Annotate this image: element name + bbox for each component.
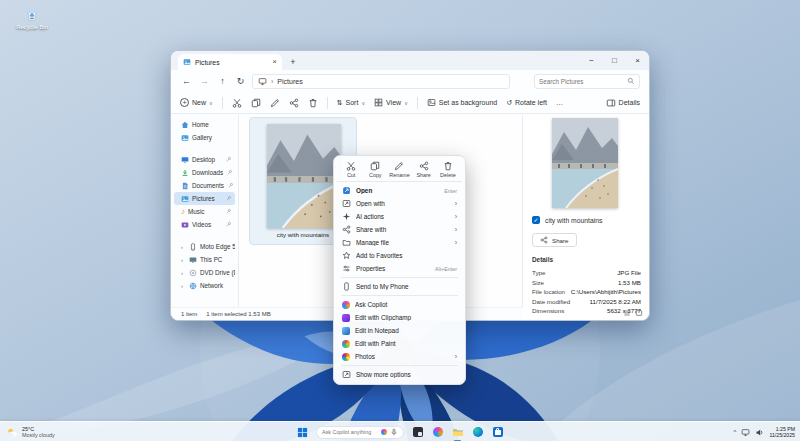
maximize-button[interactable]: □	[603, 51, 626, 70]
network-display-icon[interactable]	[741, 428, 750, 437]
rotate-left-button[interactable]: ↺ Rotate left	[506, 99, 547, 107]
downloads-icon	[181, 169, 189, 177]
search-icon	[627, 77, 635, 85]
quick-cut-button[interactable]: Cut	[340, 161, 362, 178]
list-view-icon[interactable]	[623, 309, 631, 317]
close-button[interactable]: ×	[626, 51, 649, 70]
menu-item-edit-in-notepad[interactable]: Edit in Notepad	[337, 324, 462, 337]
taskbar-search-input[interactable]	[322, 429, 378, 435]
mic-icon[interactable]	[390, 428, 398, 436]
sidebar-item-home[interactable]: Home	[174, 118, 235, 131]
copilot-app-button[interactable]	[431, 426, 444, 439]
menu-item-edit-with-clipchamp[interactable]: Edit with Clipchamp	[337, 311, 462, 324]
pin-icon	[227, 182, 234, 189]
edge-browser-button[interactable]	[471, 426, 484, 439]
thumbnail-view-icon[interactable]	[635, 309, 643, 317]
menu-item-add-to-favorites[interactable]: Add to Favorites	[337, 249, 462, 262]
share-file-button[interactable]: Share	[532, 233, 577, 247]
weather-widget[interactable]: 25°C Mostly cloudy	[6, 422, 55, 441]
sort-label: Sort	[346, 99, 359, 106]
image-icon	[427, 98, 436, 107]
menu-item-edit-with-paint[interactable]: Edit with Paint	[337, 337, 462, 350]
tab-close-icon[interactable]: ×	[272, 58, 277, 66]
taskbar-search[interactable]	[316, 426, 404, 439]
new-icon: +	[180, 98, 189, 107]
sidebar-item-pictures[interactable]: Pictures	[174, 192, 235, 205]
copy-button[interactable]	[251, 98, 261, 108]
sidebar-item-music[interactable]: ♪ Music	[174, 205, 235, 218]
edge-icon	[473, 427, 483, 437]
share-button[interactable]	[289, 98, 299, 108]
microsoft-store-button[interactable]	[491, 426, 504, 439]
file-explorer-button[interactable]	[451, 426, 464, 439]
sidebar-item-videos[interactable]: Videos	[174, 218, 235, 231]
task-view-icon	[413, 427, 423, 437]
menu-item-photos[interactable]: Photos ›	[337, 350, 462, 363]
rename-button[interactable]	[270, 98, 280, 108]
task-view-button[interactable]	[411, 426, 424, 439]
expand-icon[interactable]: ›	[181, 283, 186, 289]
forward-button[interactable]: →	[198, 76, 211, 86]
refresh-button[interactable]: ↻	[234, 76, 247, 86]
tab-bar: Pictures × + − □ ×	[171, 51, 649, 70]
search-box[interactable]	[534, 74, 640, 89]
volume-icon[interactable]	[755, 428, 764, 437]
clock[interactable]: 1:25 PM 11/25/2025	[769, 426, 795, 439]
sidebar-item-gallery[interactable]: Gallery	[174, 131, 235, 144]
menu-item-open[interactable]: Open Enter	[337, 184, 462, 197]
menu-item-manage-file[interactable]: Manage file ›	[337, 236, 462, 249]
back-button[interactable]: ←	[180, 76, 193, 86]
more-options-button[interactable]: …	[556, 99, 563, 106]
minimize-button[interactable]: −	[580, 51, 603, 70]
menu-item-ask-copilot[interactable]: Ask Copilot	[337, 298, 462, 311]
sidebar-item-downloads[interactable]: Downloads	[174, 166, 235, 179]
view-button[interactable]: View ∨	[374, 98, 408, 107]
expand-icon[interactable]: ›	[181, 257, 186, 263]
rename-icon	[394, 161, 404, 171]
selected-checkbox[interactable]: ✓	[532, 216, 540, 224]
sidebar-item-documents[interactable]: Documents	[174, 179, 235, 192]
videos-icon	[181, 221, 189, 229]
menu-item-show-more-options[interactable]: Show more options	[337, 368, 462, 381]
expand-icon[interactable]: ›	[181, 244, 186, 250]
expand-icon[interactable]: ›	[181, 270, 186, 276]
sidebar-item-this-pc[interactable]: › This PC	[174, 253, 235, 266]
cut-button[interactable]	[232, 98, 242, 108]
pin-icon	[225, 156, 232, 163]
delete-icon	[443, 161, 453, 171]
menu-item-properties[interactable]: Properties Alt+Enter	[337, 262, 462, 275]
new-tab-button[interactable]: +	[286, 55, 300, 69]
sort-button[interactable]: ⇅ Sort ∨	[337, 99, 365, 107]
location-icon	[258, 77, 267, 86]
quick-copy-button[interactable]: Copy	[364, 161, 386, 178]
search-input[interactable]	[539, 78, 624, 85]
sidebar-item-dvd-drive[interactable]: › DVD Drive (D:) C	[174, 266, 235, 279]
menu-item-ai-actions[interactable]: AI actions ›	[337, 210, 462, 223]
manage-file-icon	[342, 238, 351, 247]
tab-pictures[interactable]: Pictures ×	[178, 54, 282, 70]
menu-item-send-to-my-phone[interactable]: Send to My Phone	[337, 280, 462, 293]
recycle-bin-shortcut[interactable]: Recycle Bin	[10, 7, 54, 30]
desktop-icon	[181, 156, 189, 164]
breadcrumb[interactable]: › Pictures	[252, 74, 510, 89]
delete-button[interactable]	[308, 98, 318, 108]
quick-delete-button[interactable]: Delete	[437, 161, 459, 178]
navigation-pane: Home Gallery Desktop Downloads	[171, 115, 239, 320]
menu-item-share-with[interactable]: Share with ›	[337, 223, 462, 236]
new-button[interactable]: + New ∨	[180, 98, 213, 107]
quick-actions-row: Cut Copy Rename Share Delete	[337, 159, 462, 182]
set-as-background-button[interactable]: Set as background	[427, 98, 497, 107]
up-button[interactable]: ↑	[216, 76, 229, 86]
details-file-name: city with mountains	[545, 217, 602, 224]
sidebar-item-phone[interactable]: › Moto Edge 50 N	[174, 240, 235, 253]
start-button[interactable]	[296, 426, 309, 439]
copilot-app-icon	[433, 427, 443, 437]
sidebar-item-network[interactable]: › Network	[174, 279, 235, 292]
details-toggle-button[interactable]: Details	[606, 98, 640, 108]
quick-share-button[interactable]: Share	[413, 161, 435, 178]
menu-item-open-with[interactable]: Open with ›	[337, 197, 462, 210]
file-thumbnail	[267, 124, 341, 228]
sidebar-item-desktop[interactable]: Desktop	[174, 153, 235, 166]
tray-chevron-icon[interactable]: ^	[734, 429, 737, 435]
quick-rename-button[interactable]: Rename	[388, 161, 410, 178]
